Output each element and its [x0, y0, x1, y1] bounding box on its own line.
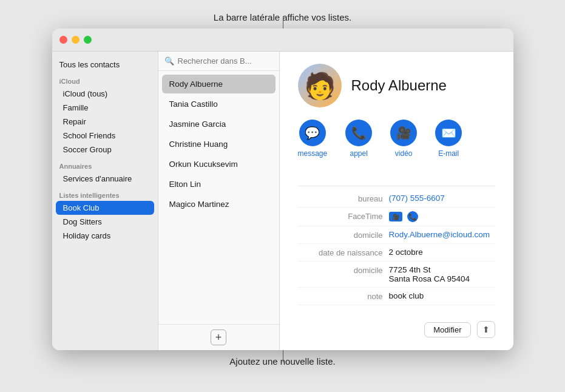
- field-birthday: date de naissance 2 octobre: [298, 244, 495, 262]
- titlebar: [52, 29, 513, 52]
- sidebar-item-all-contacts[interactable]: Tous les contacts: [52, 58, 158, 72]
- field-facetime: FaceTime 🎥 📞: [298, 208, 495, 226]
- search-icon: 🔍: [164, 56, 174, 66]
- share-icon: ⬆: [482, 325, 490, 334]
- detail-footer: Modifier ⬆: [298, 315, 495, 338]
- annotation-top: La barre latérale affiche vos listes.: [214, 12, 351, 22]
- contact-item-orkun[interactable]: Orkun Kucuksevim: [162, 155, 276, 174]
- contact-fields: bureau (707) 555-6607 FaceTime 🎥 📞 domic…: [298, 190, 495, 305]
- sidebar-item-holiday-cards[interactable]: Holiday cards: [56, 229, 154, 243]
- video-label: vidéo: [395, 149, 413, 158]
- field-label-domicile-email: domicile: [298, 230, 383, 240]
- contact-list-panel: 🔍 Rody Albuerne Tania Castillo Jasmine G…: [158, 52, 280, 350]
- facetime-video-icon[interactable]: 🎥: [389, 212, 402, 221]
- fullscreen-button[interactable]: [84, 36, 92, 44]
- sidebar-section-smart-lists: Listes intelligentes: [52, 186, 158, 201]
- facetime-icons: 🎥 📞: [389, 211, 495, 222]
- traffic-lights: [59, 36, 92, 44]
- sidebar-item-repair[interactable]: Repair: [56, 115, 154, 129]
- facetime-phone-icon[interactable]: 📞: [407, 211, 418, 222]
- sidebar-item-dog-sitters[interactable]: Dog Sitters: [56, 215, 154, 229]
- contact-item-jasmine[interactable]: Jasmine Garcia: [162, 115, 276, 133]
- field-label-note: note: [298, 291, 383, 301]
- sidebar-item-soccer-group[interactable]: Soccer Group: [56, 143, 154, 157]
- field-note: note book club: [298, 288, 495, 305]
- call-button[interactable]: 📞 appel: [345, 120, 372, 158]
- sidebar-item-school-friends[interactable]: School Friends: [56, 129, 154, 143]
- field-bureau: bureau (707) 555-6607: [298, 190, 495, 208]
- contact-list-footer: +: [158, 324, 279, 350]
- contact-detail-panel: 🧑 Rody Albuerne 💬 message 📞 appel 🎥 vidé…: [280, 52, 513, 350]
- contact-item-magico[interactable]: Magico Martinez: [162, 195, 276, 214]
- message-label: message: [298, 149, 328, 158]
- field-label-birthday: date de naissance: [298, 248, 383, 257]
- sidebar-item-icloud-all[interactable]: iCloud (tous): [56, 87, 154, 101]
- contact-item-tania[interactable]: Tania Castillo: [162, 95, 276, 113]
- field-domicile-email: domicile Rody.Albuerne@icloud.com: [298, 226, 495, 244]
- contact-item-rody[interactable]: Rody Albuerne: [162, 75, 276, 93]
- field-address: domicile 7725 4th StSanta Rosa CA 95404: [298, 262, 495, 288]
- contact-list-items: Rody Albuerne Tania Castillo Jasmine Gar…: [158, 71, 279, 324]
- contact-header: 🧑 Rody Albuerne: [298, 64, 495, 107]
- field-value-birthday: 2 octobre: [389, 248, 495, 257]
- field-value-note: book club: [389, 291, 495, 300]
- contact-name: Rody Albuerne: [351, 77, 447, 94]
- call-icon: 📞: [345, 120, 372, 146]
- message-button[interactable]: 💬 message: [298, 120, 328, 158]
- sidebar-item-book-club[interactable]: Book Club: [56, 201, 154, 215]
- field-label-facetime: FaceTime: [298, 211, 383, 221]
- field-value-bureau[interactable]: (707) 555-6607: [389, 194, 495, 203]
- window-content: Tous les contacts iCloud iCloud (tous) F…: [52, 52, 513, 350]
- sidebar-section-icloud: iCloud: [52, 72, 158, 87]
- contact-item-elton[interactable]: Elton Lin: [162, 175, 276, 194]
- annotation-bottom: Ajoutez une nouvelle liste.: [229, 356, 335, 367]
- sidebar-item-famille[interactable]: Famille: [56, 101, 154, 115]
- sidebar: Tous les contacts iCloud iCloud (tous) F…: [52, 52, 158, 350]
- field-value-domicile-email[interactable]: Rody.Albuerne@icloud.com: [389, 230, 495, 239]
- search-bar: 🔍: [158, 52, 279, 71]
- email-label: E-mail: [438, 149, 459, 158]
- field-value-address: 7725 4th StSanta Rosa CA 95404: [389, 265, 495, 283]
- field-label-address: domicile: [298, 265, 383, 275]
- divider-top: [298, 186, 495, 186]
- sidebar-section-annuaires: Annuaires: [52, 157, 158, 172]
- field-label-bureau: bureau: [298, 194, 383, 203]
- message-icon: 💬: [299, 120, 326, 146]
- field-value-facetime[interactable]: 🎥 📞: [389, 211, 495, 222]
- call-label: appel: [350, 149, 368, 158]
- modifier-button[interactable]: Modifier: [424, 322, 470, 337]
- video-icon: 🎥: [390, 120, 417, 146]
- email-icon: ✉️: [435, 120, 462, 146]
- email-button[interactable]: ✉️ E-mail: [435, 120, 462, 158]
- avatar: 🧑: [298, 64, 342, 107]
- close-button[interactable]: [59, 36, 67, 44]
- share-button[interactable]: ⬆: [477, 321, 495, 338]
- contact-item-christine[interactable]: Christine Huang: [162, 135, 276, 154]
- add-contact-button[interactable]: +: [211, 329, 226, 345]
- app-window: Tous les contacts iCloud iCloud (tous) F…: [52, 29, 513, 350]
- action-buttons: 💬 message 📞 appel 🎥 vidéo ✉️ E-mail: [298, 120, 495, 167]
- sidebar-item-directory-services[interactable]: Services d'annuaire: [56, 172, 154, 186]
- minimize-button[interactable]: [72, 36, 80, 44]
- search-input[interactable]: [178, 56, 273, 66]
- video-button[interactable]: 🎥 vidéo: [390, 120, 417, 158]
